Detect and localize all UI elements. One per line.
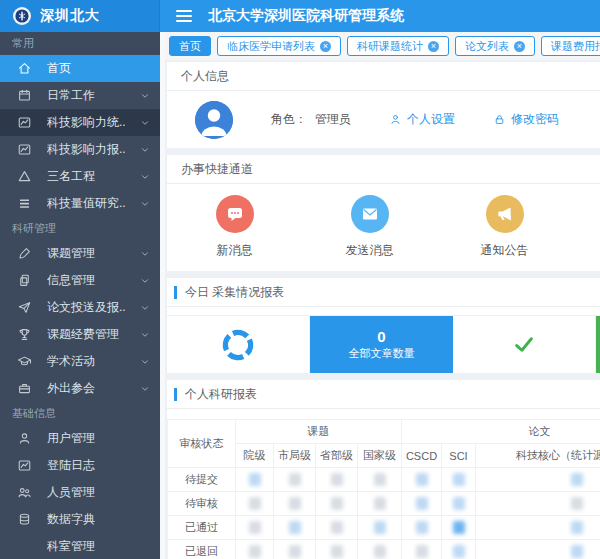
loading-spinner-box [167,316,310,373]
table-row: 待提交 [168,468,600,492]
tab-科研课题统计[interactable]: 科研课题统计× [347,36,449,56]
trophy-icon [17,327,32,342]
report-column-header: CSCD [402,444,442,468]
main-area: 首页临床医学申请列表×科研课题统计×论文列表×课题费用报表×用户列表× 个人信息 [165,32,600,559]
tab-label: 科研课题统计 [357,39,423,54]
sidebar-item-人员管理[interactable]: 人员管理 [0,479,160,506]
obscured-value [289,545,301,558]
sidebar-section-header: 基础信息 [0,402,160,425]
avatar [195,101,233,139]
sidebar-item-课题经费管理[interactable]: 课题经费管理 [0,321,160,348]
report-cell [358,468,402,492]
obscured-value [453,545,465,558]
sidebar-item-登陆日志[interactable]: 登陆日志 [0,452,160,479]
report-corner-header: 审核状态 [168,420,236,468]
report-cell [274,468,316,492]
chevron-down-icon [140,199,150,209]
header-accent-bar [174,286,177,299]
hospital-logo-icon [12,6,32,26]
tab-close-icon[interactable]: × [428,41,439,52]
tab-close-icon[interactable]: × [514,41,525,52]
sidebar-item-首页[interactable]: 首页 [0,55,160,82]
today-report-stats: 0 全部文章数量 [167,315,600,373]
sidebar-item-数据字典[interactable]: 数据字典 [0,506,160,533]
report-cell [442,468,476,492]
tab-论文列表[interactable]: 论文列表× [455,36,535,56]
report-column-header: SCI [442,444,476,468]
sidebar-item-label: 日常工作 [47,87,125,104]
card-title: 个人科研报表 [185,386,257,403]
sidebar-item-科室管理[interactable]: 科室管理 [0,533,160,559]
tab-label: 首页 [179,39,201,54]
sidebar-item-label: 人员管理 [47,484,150,501]
chevron-down-icon [140,357,150,367]
sidebar-item-外出参会[interactable]: 外出参会 [0,375,160,402]
sidebar-item-学术活动[interactable]: 学术活动 [0,348,160,375]
chevron-down-icon [140,303,150,313]
report-cell [402,516,442,540]
card-title: 个人信息 [181,68,229,85]
report-cell [476,492,600,516]
report-cell [442,540,476,559]
chevron-down-icon [140,118,150,128]
sidebar-item-label: 科技影响力报... [47,141,125,158]
report-column-header: 省部级 [316,444,358,468]
tab-课题费用报表[interactable]: 课题费用报表× [541,36,600,56]
sidebar-item-label: 登陆日志 [47,457,150,474]
sidebar-item-科技量值研究...[interactable]: 科技量值研究... [0,190,160,217]
sidebar-item-用户管理[interactable]: 用户管理 [0,425,160,452]
sidebar-item-三名工程[interactable]: 三名工程 [0,163,160,190]
obscured-value [453,473,465,486]
sidebar-item-科技影响力统...[interactable]: 科技影响力统... [0,109,160,136]
role-value: 管理员 [315,112,351,126]
report-cell [476,516,600,540]
tab-label: 课题费用报表 [551,39,600,54]
report-cell [236,540,274,559]
report-cell [402,540,442,559]
sidebar-item-科技影响力报...[interactable]: 科技影响力报... [0,136,160,163]
mail-icon [351,195,389,233]
tab-首页[interactable]: 首页 [169,36,211,56]
quick-channel-新消息[interactable]: 新消息 [167,195,302,259]
report-cell [236,516,274,540]
obscured-value [374,545,386,558]
menu-toggle-icon[interactable] [176,10,192,22]
sidebar-item-日常工作[interactable]: 日常工作 [0,82,160,109]
obscured-value [249,497,261,510]
quick-channel-label: 新消息 [217,242,253,259]
report-cell [274,516,316,540]
obscured-value [374,497,386,510]
report-cell [236,492,274,516]
tab-close-icon[interactable]: × [320,41,331,52]
check-box [453,316,596,373]
spinner-icon [220,327,256,363]
quick-channel-通知公告[interactable]: 通知公告 [437,195,572,259]
sidebar-item-label: 信息管理 [47,272,125,289]
logo-text: 深圳北大 [40,7,100,25]
personal-settings-link[interactable]: 个人设置 [389,111,455,128]
article-count-box[interactable]: 0 全部文章数量 [310,316,453,373]
chevron-down-icon [140,172,150,182]
quick-channels-body: 新消息发送消息通知公告 [167,184,600,271]
sidebar-item-label: 科室管理 [47,538,150,555]
sidebar-item-label: 三名工程 [47,168,125,185]
chevron-down-icon [140,249,150,259]
card-title: 今日 采集情况报表 [185,284,284,301]
home-icon [17,61,32,76]
obscured-value [249,521,261,534]
sidebar-item-信息管理[interactable]: 信息管理 [0,267,160,294]
obscured-value [453,497,465,510]
chart-icon [17,142,32,157]
quick-channel-发送消息[interactable]: 发送消息 [302,195,437,259]
users-icon [17,485,32,500]
report-cell [476,468,600,492]
sidebar-item-课题管理[interactable]: 课题管理 [0,240,160,267]
role-text: 角色：管理员 [271,111,351,128]
tab-临床医学申请列表[interactable]: 临床医学申请列表× [217,36,341,56]
sidebar-item-论文投送及报...[interactable]: 论文投送及报... [0,294,160,321]
chevron-down-icon [140,145,150,155]
report-cell [316,468,358,492]
change-password-link[interactable]: 修改密码 [493,111,559,128]
chat-icon [216,195,254,233]
personal-info-card: 个人信息 角色：管理员 [167,62,600,148]
